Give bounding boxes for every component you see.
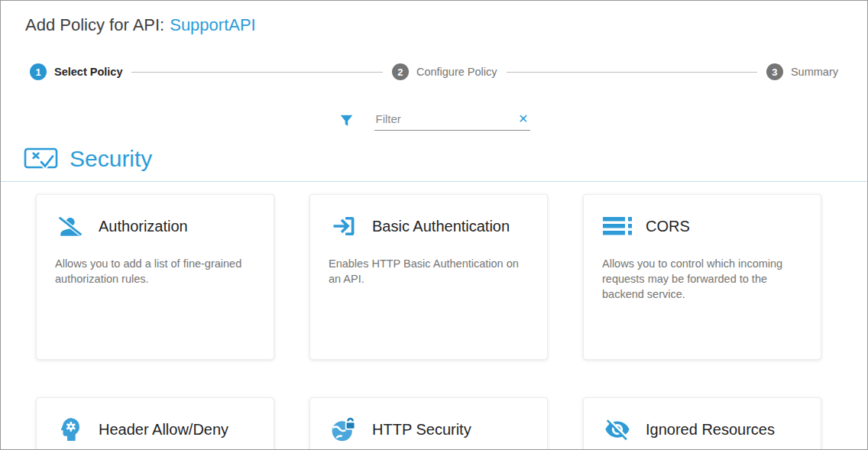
card-title: Basic Authentication [372, 218, 510, 235]
filter-funnel-icon [338, 113, 355, 129]
add-policy-page: { "header": { "title_prefix": "Add Polic… [0, 0, 868, 450]
step-2-circle: 2 [392, 63, 409, 80]
filter-field: ✕ [374, 112, 530, 131]
list-lines-icon [602, 212, 633, 240]
step-summary[interactable]: 3 Summary [766, 63, 838, 80]
filter-row: ✕ [1, 112, 867, 133]
step-3-label: Summary [791, 66, 838, 78]
card-title: CORS [646, 218, 690, 235]
api-name: SupportAPI [170, 15, 256, 34]
card-description: Enables HTTP Basic Authentication on an … [329, 256, 529, 287]
step-select-policy[interactable]: 1 Select Policy [30, 63, 122, 80]
card-description: Allows you to add a list of fine-grained… [55, 256, 255, 287]
policy-card-grid: Authorization Allows you to add a list o… [1, 182, 867, 450]
globe-lock-icon [329, 416, 359, 443]
wizard-stepper: 1 Select Policy 2 Configure Policy 3 Sum… [1, 63, 867, 81]
policy-card-cors[interactable]: CORS Allows you to control which incomin… [583, 194, 821, 360]
step-1-circle: 1 [30, 63, 47, 80]
stepper-connector [507, 72, 757, 73]
card-title: Ignored Resources [646, 421, 775, 439]
card-title: Authorization [99, 218, 188, 235]
clear-filter-icon[interactable]: ✕ [517, 113, 530, 125]
step-1-label: Select Policy [54, 66, 122, 78]
policy-checkbox-icon [24, 146, 60, 172]
authorization-person-off-icon [55, 212, 86, 240]
stepper-connector [131, 72, 382, 73]
policy-card-ignored-resources[interactable]: Ignored Resources [583, 397, 821, 450]
card-title: HTTP Security [372, 421, 471, 439]
section-header-security: Security [1, 146, 867, 172]
page-title: Add Policy for API:SupportAPI [1, 1, 867, 35]
card-title: Header Allow/Deny [99, 421, 228, 439]
filter-input[interactable] [374, 112, 517, 126]
policy-card-header-allow-deny[interactable]: Header Allow/Deny [36, 397, 274, 450]
login-arrow-icon [329, 212, 359, 240]
policy-card-http-security[interactable]: HTTP Security [309, 397, 548, 450]
eye-off-icon [602, 416, 633, 443]
step-2-label: Configure Policy [416, 66, 497, 78]
policy-card-authorization[interactable]: Authorization Allows you to add a list o… [36, 194, 274, 360]
page-title-prefix: Add Policy for API: [25, 15, 164, 34]
card-description: Allows you to control which incoming req… [602, 256, 802, 302]
policy-card-basic-authentication[interactable]: Basic Authentication Enables HTTP Basic … [309, 194, 548, 360]
step-3-circle: 3 [766, 63, 783, 80]
step-configure-policy[interactable]: 2 Configure Policy [392, 63, 497, 80]
head-gear-icon [55, 416, 86, 443]
section-title: Security [70, 146, 152, 172]
